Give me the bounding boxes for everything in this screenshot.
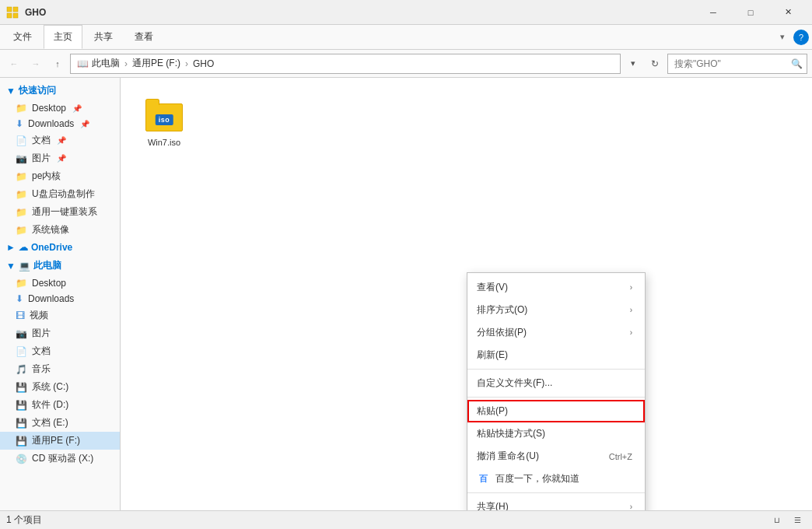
quick-access-label: 快速访问 bbox=[19, 84, 56, 97]
sidebar-item-video[interactable]: 🎞 视频 bbox=[0, 307, 120, 324]
sidebar-item-desktop-quick[interactable]: 📁 Desktop 📌 bbox=[0, 100, 120, 116]
search-input[interactable] bbox=[667, 54, 807, 74]
sidebar-item-pics-quick[interactable]: 📷 图片 📌 bbox=[0, 149, 120, 167]
title-bar-icons bbox=[6, 6, 19, 19]
back-button[interactable]: ← bbox=[5, 54, 23, 73]
sidebar-item-sysimage[interactable]: 📁 系统镜像 bbox=[0, 221, 120, 239]
content-area[interactable]: iso Win7.iso 查看(V) › 排序方式(O) › 分组依据(P) ›… bbox=[121, 78, 812, 510]
refresh-button[interactable]: ↻ bbox=[646, 54, 664, 73]
this-pc-header[interactable]: ▼ 💻 此电脑 bbox=[0, 256, 120, 275]
sidebar-item-downloads[interactable]: ⬇ Downloads bbox=[0, 291, 120, 307]
maximize-button[interactable]: □ bbox=[733, 0, 768, 25]
sidebar-item-desktop-quick-label: Desktop bbox=[32, 103, 66, 114]
forward-button[interactable]: → bbox=[26, 54, 45, 73]
onedrive-header[interactable]: ► ☁ OneDrive bbox=[0, 239, 120, 256]
sidebar-item-music[interactable]: 🎵 音乐 bbox=[0, 360, 120, 378]
sidebar-item-udisk[interactable]: 📁 U盘启动盘制作 bbox=[0, 185, 120, 203]
file-icon-win7iso: iso bbox=[145, 97, 183, 135]
search-container: 🔍 bbox=[667, 54, 807, 74]
ctx-sep-2 bbox=[467, 397, 645, 398]
chevron-right-icon: ► bbox=[6, 242, 16, 253]
large-icon-view-button[interactable]: ⊔ bbox=[768, 513, 786, 527]
chevron-down-icon-2: ▼ bbox=[6, 261, 16, 272]
dropdown-button[interactable]: ▾ bbox=[624, 54, 642, 73]
onedrive-label: OneDrive bbox=[31, 242, 72, 253]
sidebar-item-e[interactable]: 💾 文档 (E:) bbox=[0, 414, 120, 432]
view-controls: ⊔ ☰ bbox=[768, 513, 806, 527]
pin-icon-4: 📌 bbox=[57, 154, 66, 163]
ctx-group[interactable]: 分组依据(P) › bbox=[467, 321, 645, 344]
sidebar-item-downloads-label: Downloads bbox=[28, 293, 74, 304]
minimize-button[interactable]: ─ bbox=[695, 0, 731, 25]
address-path[interactable]: 📖 此电脑 › 通用PE (F:) › GHO bbox=[70, 54, 621, 74]
ctx-sort-label: 排序方式(O) bbox=[477, 303, 527, 317]
path-this-pc[interactable]: 此电脑 bbox=[92, 57, 120, 70]
path-folder[interactable]: GHO bbox=[193, 58, 214, 69]
this-pc-label: 此电脑 bbox=[33, 259, 61, 272]
ctx-share[interactable]: 共享(H) › bbox=[467, 496, 645, 510]
sidebar-item-documents-label: 文档 bbox=[32, 345, 51, 358]
svg-rect-2 bbox=[13, 7, 18, 12]
sidebar-item-pe-label: pe内核 bbox=[32, 170, 61, 183]
sidebar-item-reinstall[interactable]: 📁 通用一键重装系 bbox=[0, 203, 120, 221]
ctx-view-arrow: › bbox=[630, 283, 632, 292]
file-name-win7iso: Win7.iso bbox=[148, 138, 180, 147]
sidebar-item-music-label: 音乐 bbox=[32, 363, 51, 376]
sidebar-item-x[interactable]: 💿 CD 驱动器 (X:) bbox=[0, 450, 120, 468]
ctx-customize[interactable]: 自定义文件夹(F)... bbox=[467, 372, 645, 394]
ribbon-tab-share[interactable]: 共享 bbox=[84, 25, 123, 49]
title-bar: GHO ─ □ ✕ bbox=[0, 0, 812, 25]
sidebar: ▼ 快速访问 📁 Desktop 📌 ⬇ Downloads 📌 📄 文档 📌 … bbox=[0, 78, 121, 510]
ctx-view[interactable]: 查看(V) › bbox=[467, 276, 645, 299]
pin-icon-2: 📌 bbox=[80, 120, 89, 128]
ctx-share-arrow: › bbox=[630, 503, 632, 510]
ctx-baidu-label: 百度一下，你就知道 bbox=[495, 472, 579, 485]
sidebar-item-downloads-quick[interactable]: ⬇ Downloads 📌 bbox=[0, 116, 120, 131]
ctx-group-arrow: › bbox=[630, 328, 632, 337]
window-icon bbox=[6, 6, 19, 19]
context-menu: 查看(V) › 排序方式(O) › 分组依据(P) › 刷新(E) 自定义文件夹… bbox=[467, 272, 646, 510]
ctx-undo[interactable]: 撤消 重命名(U) Ctrl+Z bbox=[467, 445, 645, 468]
sidebar-item-pictures[interactable]: 📷 图片 bbox=[0, 324, 120, 342]
sidebar-item-d-label: 软件 (D:) bbox=[32, 398, 68, 412]
baidu-icon: 百 bbox=[477, 473, 489, 485]
sidebar-item-pictures-label: 图片 bbox=[32, 327, 51, 340]
ctx-paste-label: 粘贴(P) bbox=[477, 405, 508, 418]
status-bar: 1 个项目 ⊔ ☰ bbox=[0, 510, 812, 529]
sidebar-item-f[interactable]: 💾 通用PE (F:) bbox=[0, 432, 120, 450]
sidebar-item-docs-quick[interactable]: 📄 文档 📌 bbox=[0, 131, 120, 149]
ctx-sort[interactable]: 排序方式(O) › bbox=[467, 299, 645, 321]
close-button[interactable]: ✕ bbox=[770, 0, 806, 25]
ctx-share-label: 共享(H) bbox=[477, 500, 509, 510]
ctx-paste-shortcut[interactable]: 粘贴快捷方式(S) bbox=[467, 422, 645, 445]
item-count: 1 个项目 bbox=[6, 513, 42, 527]
ctx-customize-label: 自定义文件夹(F)... bbox=[477, 377, 552, 390]
path-drive[interactable]: 通用PE (F:) bbox=[132, 57, 180, 70]
ribbon-options-button[interactable]: ▾ bbox=[773, 28, 792, 47]
ctx-undo-label: 撤消 重命名(U) bbox=[477, 450, 539, 463]
ribbon-tab-file[interactable]: 文件 bbox=[3, 25, 42, 49]
quick-access-header[interactable]: ▼ 快速访问 bbox=[0, 81, 120, 100]
ribbon-tab-home[interactable]: 主页 bbox=[44, 25, 82, 49]
ctx-refresh[interactable]: 刷新(E) bbox=[467, 344, 645, 366]
ctx-view-label: 查看(V) bbox=[477, 281, 508, 294]
sidebar-item-desktop[interactable]: 📁 Desktop bbox=[0, 275, 120, 291]
help-button[interactable]: ? bbox=[793, 30, 809, 45]
ctx-sep-3 bbox=[467, 492, 645, 493]
up-button[interactable]: ↑ bbox=[48, 54, 67, 73]
detail-view-button[interactable]: ☰ bbox=[789, 513, 806, 527]
sidebar-item-video-label: 视频 bbox=[30, 309, 48, 322]
pin-icon-3: 📌 bbox=[57, 136, 66, 145]
sidebar-item-c[interactable]: 💾 系统 (C:) bbox=[0, 378, 120, 396]
sidebar-item-f-label: 通用PE (F:) bbox=[32, 434, 80, 447]
ribbon-tab-view[interactable]: 查看 bbox=[124, 25, 163, 49]
sidebar-item-c-label: 系统 (C:) bbox=[32, 380, 68, 394]
ctx-paste[interactable]: 粘贴(P) bbox=[467, 400, 645, 422]
ctx-baidu[interactable]: 百 百度一下，你就知道 bbox=[467, 468, 645, 490]
sidebar-item-udisk-label: U盘启动盘制作 bbox=[32, 187, 95, 201]
sidebar-item-pe[interactable]: 📁 pe内核 bbox=[0, 167, 120, 185]
file-item-win7iso[interactable]: iso Win7.iso bbox=[133, 90, 195, 154]
ctx-baidu-left: 百 百度一下，你就知道 bbox=[477, 472, 579, 485]
sidebar-item-d[interactable]: 💾 软件 (D:) bbox=[0, 396, 120, 414]
sidebar-item-documents[interactable]: 📄 文档 bbox=[0, 342, 120, 360]
